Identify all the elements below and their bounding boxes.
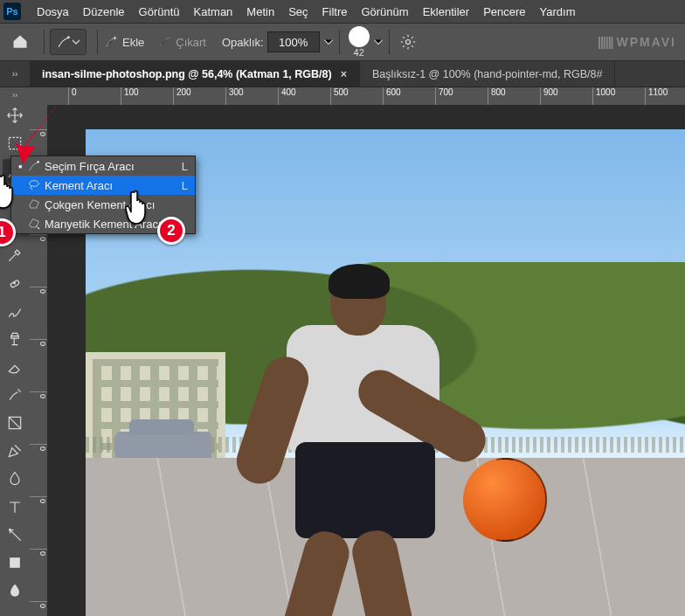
- mode-add[interactable]: Ekle: [103, 34, 144, 50]
- ruler-tick: 0: [30, 339, 47, 346]
- tool-shape[interactable]: [3, 550, 27, 575]
- magnetic-lasso-icon: [25, 217, 43, 231]
- gear-icon: [399, 33, 417, 51]
- tool-brush[interactable]: [3, 299, 27, 323]
- ruler-tick: 200: [173, 87, 191, 105]
- flyout-item-label: Kement Aracı: [43, 179, 182, 192]
- ruler-tick: 500: [330, 87, 349, 105]
- options-bar: Ekle Çıkart Opaklık: 100% 42 ||||||WPMAV…: [0, 23, 685, 61]
- ruler-tick: 700: [435, 87, 453, 105]
- ruler-tick: 0: [30, 601, 47, 608]
- minus-brush-icon: [156, 34, 172, 50]
- flyout-item-label: Çokgen Kement Aracı: [43, 198, 188, 211]
- menu-bar: Ps Dosya Düzenle Görüntü Katman Metin Se…: [0, 0, 685, 23]
- menu-file[interactable]: Dosya: [30, 5, 76, 18]
- chevron-down-icon[interactable]: [323, 37, 334, 47]
- tool-dodge[interactable]: [3, 578, 27, 603]
- chevron-down-icon[interactable]: [373, 37, 384, 47]
- flyout-item-shortcut: L: [182, 160, 188, 173]
- svg-rect-7: [10, 557, 20, 568]
- ruler-tick: 0: [30, 287, 47, 294]
- tab-inactive-label: Başlıksız-1 @ 100% (hand-pointer-md, RGB…: [372, 68, 603, 80]
- flyout-item-lasso[interactable]: Kement Aracı L: [11, 176, 195, 195]
- menu-image[interactable]: Görüntü: [132, 5, 187, 18]
- close-icon[interactable]: ×: [341, 68, 347, 80]
- ruler-horizontal[interactable]: 0 100 200 300 400 500 600 700 800 900 10…: [30, 87, 685, 105]
- mode-subtract[interactable]: Çıkart: [156, 34, 206, 50]
- menu-edit[interactable]: Düzenle: [76, 5, 132, 18]
- mode-subtract-label: Çıkart: [176, 36, 206, 49]
- brush-preview[interactable]: 42: [349, 26, 370, 58]
- tool-eraser[interactable]: [3, 355, 27, 379]
- ruler-tick: 600: [383, 87, 401, 105]
- tool-history-brush[interactable]: [3, 383, 27, 407]
- chevron-down-icon: [72, 38, 80, 46]
- menu-layer[interactable]: Katman: [187, 5, 240, 18]
- tool-eyedropper[interactable]: [3, 243, 27, 267]
- tab-active-label: insan-silme-photoshop.png @ 56,4% (Katma…: [42, 68, 332, 80]
- brush-circle-icon: [349, 26, 370, 47]
- annotation-arrow: [12, 96, 73, 166]
- flyout-item-shortcut: L: [182, 179, 188, 192]
- tool-clone[interactable]: [3, 327, 27, 351]
- workspace: ›› 0 100 200 300 400 500 600 700 800 900…: [0, 87, 685, 616]
- tool-blur[interactable]: [3, 467, 27, 491]
- mode-add-label: Ekle: [122, 36, 144, 49]
- plus-brush-icon: [103, 34, 119, 50]
- annotation-hand-cursor: [0, 171, 23, 210]
- tool-type[interactable]: [3, 495, 27, 519]
- ruler-tick: 0: [30, 391, 47, 398]
- svg-point-9: [30, 181, 39, 187]
- image-basketball: [463, 458, 547, 542]
- home-button[interactable]: [7, 29, 33, 55]
- settings-button[interactable]: [395, 29, 421, 55]
- ruler-tick: 0: [30, 549, 47, 556]
- flyout-item-poly-lasso[interactable]: Çokgen Kement Aracı: [11, 195, 195, 214]
- tool-preset-dropdown[interactable]: [50, 29, 86, 55]
- lasso-icon: [25, 178, 43, 192]
- annotation-hand-cursor: [122, 187, 156, 225]
- menu-type[interactable]: Metin: [239, 5, 281, 18]
- menu-filter[interactable]: Filtre: [315, 5, 355, 18]
- opacity-label: Opaklık:: [222, 36, 264, 49]
- tab-active[interactable]: insan-silme-photoshop.png @ 56,4% (Katma…: [30, 61, 360, 87]
- menu-view[interactable]: Görünüm: [354, 5, 415, 18]
- ruler-tick: 900: [540, 87, 558, 105]
- svg-point-0: [67, 36, 70, 38]
- brush-size-label: 42: [354, 47, 364, 58]
- opacity-field[interactable]: 100%: [267, 31, 320, 52]
- ruler-tick: 400: [278, 87, 296, 105]
- menu-plugins[interactable]: Eklentiler: [416, 5, 476, 18]
- ruler-tick: 1000: [592, 87, 615, 105]
- ruler-tick: 1100: [645, 87, 668, 105]
- ruler-tick: 0: [30, 234, 47, 241]
- svg-point-1: [405, 40, 410, 45]
- menu-select[interactable]: Seç: [281, 5, 315, 18]
- app-logo: Ps: [3, 3, 21, 20]
- ruler-tick: 800: [488, 87, 506, 105]
- ruler-tick: 300: [225, 87, 244, 105]
- tool-gradient[interactable]: [3, 411, 27, 435]
- menu-help[interactable]: Yardım: [533, 5, 583, 18]
- watermark: ||||||WPMAVI: [598, 31, 676, 53]
- image-person-1: [225, 267, 461, 616]
- tabs-expand-icon[interactable]: ››: [0, 61, 30, 87]
- annotation-number-2: 2: [157, 217, 185, 245]
- svg-point-10: [38, 227, 39, 229]
- ruler-tick: 0: [30, 444, 47, 451]
- ruler-tick: 0: [30, 496, 47, 503]
- tool-healing[interactable]: [3, 271, 27, 295]
- tab-inactive[interactable]: Başlıksız-1 @ 100% (hand-pointer-md, RGB…: [360, 61, 616, 87]
- document-tabs: ›› insan-silme-photoshop.png @ 56,4% (Ka…: [0, 61, 685, 87]
- ruler-tick: 100: [121, 87, 139, 105]
- polygon-lasso-icon: [25, 197, 43, 211]
- menu-window[interactable]: Pencere: [476, 5, 532, 18]
- tool-pen[interactable]: [3, 439, 27, 463]
- tool-path[interactable]: [3, 523, 27, 547]
